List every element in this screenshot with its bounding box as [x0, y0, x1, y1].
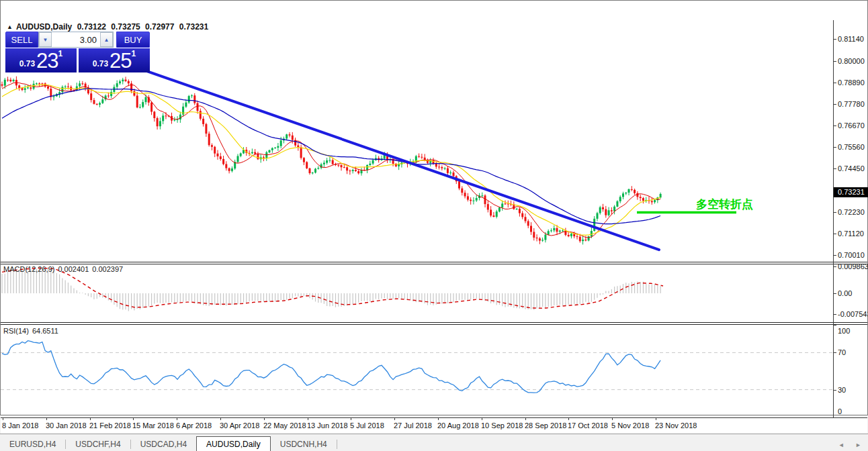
- axis-tick-mark: [833, 61, 836, 62]
- axis-tick-mark: [833, 212, 836, 213]
- axis-tick-mark: [833, 293, 836, 294]
- rsi-axis-label: 70: [838, 348, 846, 356]
- price-axis-divider: [833, 20, 834, 417]
- mt4-window: M1M5M15M30H1H4D1W1MN ▲AUDUSD,Daily 0.731…: [0, 0, 868, 451]
- trend-reversal-annotation: 多空转折点: [696, 197, 753, 212]
- date-axis-label: 28 Sep 2018: [525, 421, 566, 430]
- rsi-indicator-canvas[interactable]: [1, 325, 833, 417]
- price-axis-label: 0.77780: [838, 100, 865, 108]
- date-tick-mark: [482, 418, 482, 420]
- chart-tab-usdcnh-h4[interactable]: USDCNH,H4: [271, 438, 337, 451]
- date-axis-label: 8 Jan 2018: [2, 421, 38, 430]
- price-axis-label: 0.70010: [838, 251, 865, 259]
- tab-scroll-left-button[interactable]: ◄: [838, 442, 844, 448]
- axis-tick-mark: [833, 234, 836, 234]
- price-axis-label: 0.76670: [838, 121, 865, 130]
- date-axis-label: 30 Jan 2018: [46, 421, 87, 430]
- macd-label: MACD(12,26,9)0.0024010.002397: [3, 265, 126, 273]
- date-tick-mark: [46, 418, 47, 420]
- axis-tick-mark: [833, 126, 836, 126]
- date-tick-mark: [90, 418, 91, 420]
- date-tick-mark: [394, 418, 395, 420]
- macd-axis-label: -0.007543: [838, 310, 868, 318]
- volume-increase-button[interactable]: ▲: [100, 32, 113, 47]
- date-tick-mark: [438, 418, 439, 420]
- current-price-label: 0.73231: [834, 187, 868, 197]
- axis-tick-mark: [833, 390, 836, 391]
- one-click-trading-widget: SELL ▼ ▲ BUY 0.73 23 1 0.73 25 1: [5, 32, 150, 72]
- date-axis-label: 23 Nov 2018: [655, 421, 697, 430]
- sell-price-display[interactable]: 0.73 23 1: [5, 48, 77, 72]
- rsi-label: RSI(14)64.6511: [3, 327, 62, 335]
- axis-tick-mark: [833, 147, 836, 148]
- buy-price-pips: 25: [110, 52, 131, 70]
- axis-tick-mark: [833, 168, 836, 169]
- sell-price-pips: 23: [36, 52, 58, 70]
- axis-tick-mark: [833, 255, 836, 256]
- macd-signal-value: 0.002397: [92, 265, 123, 273]
- volume-input[interactable]: [52, 32, 100, 47]
- date-axis-label: 13 Jun 2018: [307, 421, 348, 430]
- price-axis-label: 0.74450: [838, 164, 865, 172]
- date-axis-label: 17 Oct 2018: [568, 421, 608, 430]
- ohlc-close: 0.73231: [179, 22, 208, 32]
- buy-price-prefix: 0.73: [93, 57, 108, 70]
- chart-title: ▲AUDUSD,Daily 0.73122 0.73275 0.72977 0.…: [7, 22, 211, 32]
- axis-tick-mark: [833, 39, 836, 40]
- date-axis-label: 5 Nov 2018: [611, 421, 649, 430]
- chart-tab-audusd-daily[interactable]: AUDUSD,Daily: [196, 436, 271, 451]
- price-axis-label: 0.75560: [838, 143, 865, 151]
- chart-symbol-label: AUDUSD,Daily: [16, 22, 72, 32]
- price-axis-label: 0.80000: [838, 57, 865, 65]
- sell-price-fraction: 1: [58, 49, 63, 58]
- axis-tick-mark: [833, 104, 836, 105]
- ohlc-low: 0.72977: [145, 22, 174, 32]
- date-tick-mark: [525, 418, 526, 420]
- sell-button[interactable]: SELL: [5, 32, 38, 48]
- date-tick-mark: [612, 418, 613, 420]
- price-axis-label: 0.81140: [838, 35, 864, 43]
- buy-button[interactable]: BUY: [116, 32, 150, 48]
- buy-price-display[interactable]: 0.73 25 1: [79, 48, 150, 72]
- date-axis-label: 10 Sep 2018: [481, 421, 523, 430]
- chart-tab-usdchf-h4[interactable]: USDCHF,H4: [66, 438, 130, 451]
- axis-tick-mark: [833, 266, 836, 267]
- date-axis-label: 27 Jul 2018: [394, 421, 432, 430]
- price-axis-label: 0.78890: [838, 79, 865, 87]
- price-axis-label: 0.72230: [838, 208, 865, 216]
- volume-decrease-button[interactable]: ▼: [39, 32, 52, 47]
- ohlc-high: 0.73275: [111, 22, 140, 32]
- price-axis-label: 0.71120: [838, 230, 864, 238]
- date-tick-mark: [308, 418, 308, 420]
- rsi-axis-label: 30: [838, 386, 846, 394]
- date-tick-mark: [656, 418, 656, 420]
- tab-scroll-right-button[interactable]: ►: [855, 442, 861, 448]
- axis-tick-mark: [833, 83, 836, 83]
- tab-separator: [337, 440, 337, 449]
- chart-tab-usdcad-h4[interactable]: USDCAD,H4: [131, 438, 196, 451]
- date-tick-mark: [220, 418, 221, 420]
- rsi-name: RSI(14): [3, 327, 29, 335]
- axis-tick-mark: [833, 352, 836, 353]
- macd-axis-label: 0.00: [838, 289, 852, 297]
- date-tick-mark: [568, 418, 569, 420]
- date-axis-label: 15 Mar 2018: [132, 421, 174, 430]
- axis-tick-mark: [833, 325, 836, 325]
- rsi-value: 64.6511: [32, 327, 58, 335]
- date-axis-label: 5 Jul 2018: [350, 421, 384, 430]
- date-axis-label: 22 May 2018: [263, 421, 306, 430]
- date-tick-mark: [3, 418, 3, 420]
- macd-main-value: 0.002401: [58, 265, 89, 273]
- date-tick-mark: [177, 418, 177, 420]
- date-tick-mark: [264, 418, 265, 420]
- macd-name: MACD(12,26,9): [3, 265, 54, 273]
- date-axis-label: 6 Apr 2018: [176, 421, 212, 430]
- chart-tab-bar: EURUSD,H4USDCHF,H4USDCAD,H4AUDUSD,DailyU…: [0, 434, 868, 451]
- rsi-axis-label: 100: [838, 327, 850, 335]
- collapse-icon[interactable]: ▲: [7, 23, 13, 30]
- ohlc-open: 0.73122: [77, 22, 106, 32]
- buy-price-fraction: 1: [132, 49, 136, 58]
- macd-axis-label: 0.009863: [838, 262, 868, 270]
- date-axis-label: 21 Feb 2018: [89, 421, 131, 430]
- chart-tab-eurusd-h4[interactable]: EURUSD,H4: [0, 438, 65, 451]
